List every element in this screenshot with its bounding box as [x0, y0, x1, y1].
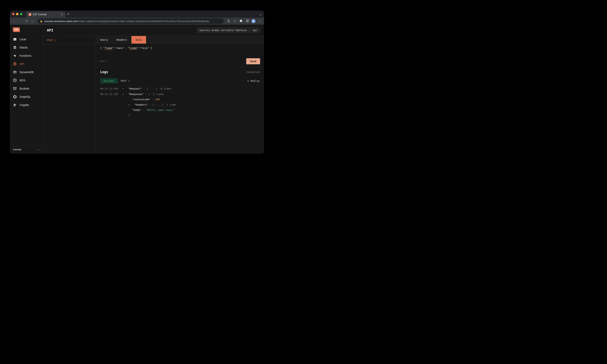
sidebar-item-label: Stacks	[20, 46, 28, 49]
sidebar-item-api[interactable]: API	[10, 60, 43, 68]
sidebar-item-stacks[interactable]: Stacks	[10, 43, 43, 52]
menu-icon[interactable]: ⋮	[257, 19, 263, 23]
svg-point-16	[15, 95, 15, 96]
tab-strip: ▦ SST Console ✕ +	[26, 11, 259, 18]
back-button[interactable]: ←	[11, 20, 17, 23]
database-icon	[13, 78, 17, 82]
route-method: POST	[47, 39, 53, 42]
tab-title: SST Console	[33, 13, 47, 16]
log-timestamp: 09:31:12.092	[100, 87, 119, 90]
status-badge: Success	[100, 78, 118, 83]
send-route-label: POST /	[100, 60, 109, 63]
logs-header: Logs Connected	[96, 67, 264, 77]
share-icon[interactable]	[226, 19, 231, 23]
collapse-toggle[interactable]: ▾	[122, 93, 125, 96]
close-tab-button[interactable]: ✕	[61, 13, 63, 16]
svg-point-18	[16, 97, 16, 98]
expand-toggle[interactable]: ▸	[128, 103, 131, 106]
body-val: mani	[117, 47, 123, 50]
send-button[interactable]: Send	[246, 58, 260, 64]
sidebar-item-label: Cognito	[20, 104, 29, 106]
sidebar-item-label: GraphQL	[20, 95, 31, 98]
log-content: "Response" : { 3 items	[128, 93, 163, 96]
svg-point-19	[15, 98, 15, 99]
home-button[interactable]: ⌂	[30, 20, 36, 23]
sidebar: sst Local Stacks Functions API	[10, 25, 43, 154]
profile-avatar[interactable]	[251, 19, 255, 23]
graphql-icon	[13, 95, 17, 99]
logo[interactable]: sst	[10, 25, 43, 34]
footer-user: manitej	[13, 148, 21, 151]
body-editor[interactable]: { "fname":"mani", "lname":"teja" }	[96, 44, 264, 55]
tab-favicon-icon: ▦	[28, 13, 31, 16]
content-header: API manitej-middy-validator-MyStack / Ap…	[43, 25, 264, 36]
replay-label: Replay	[251, 79, 260, 82]
svg-point-23	[15, 104, 16, 105]
svg-marker-5	[13, 54, 16, 57]
breadcrumb[interactable]: manitej-middy-validator-MyStack / Api	[197, 27, 260, 33]
tab-body[interactable]: Body	[132, 36, 146, 44]
minimize-window-button[interactable]	[16, 13, 18, 15]
sidebar-item-buckets[interactable]: Buckets	[10, 84, 43, 93]
sidebar-item-local[interactable]: Local	[10, 35, 43, 43]
window-controls	[12, 13, 22, 15]
send-row: POST / Send	[96, 55, 264, 67]
body-key: lname	[129, 47, 137, 50]
panel-icon[interactable]	[244, 19, 250, 23]
new-tab-button[interactable]: +	[67, 12, 69, 16]
logs-connection-status: Connected	[246, 71, 260, 74]
tab-query[interactable]: Query	[96, 36, 112, 44]
sidebar-item-graphql[interactable]: GraphQL	[10, 93, 43, 101]
star-icon[interactable]: ☆	[232, 19, 238, 23]
close-window-button[interactable]	[12, 13, 14, 15]
url-input[interactable]: 🔒 console.serverless-stack.com/middy-val…	[38, 18, 224, 24]
extensions-icon[interactable]	[238, 19, 244, 23]
replay-icon: ↻	[247, 79, 249, 82]
tab-headers[interactable]: Headers	[112, 36, 132, 44]
svg-point-21	[13, 96, 14, 96]
log-entry-response: 09:31:12.187 ▾ "Response" : { 3 items	[96, 91, 264, 97]
sidebar-item-dynamodb[interactable]: DynamoDB	[10, 68, 43, 76]
log-timestamp: 09:31:12.187	[100, 93, 119, 96]
maximize-window-button[interactable]	[20, 13, 22, 15]
content: API manitej-middy-validator-MyStack / Ap…	[43, 25, 264, 154]
svg-rect-3	[13, 38, 16, 40]
browser-window: ▦ SST Console ✕ + ⌄ ← → ⟳ ⌂ 🔒 console.se…	[10, 11, 264, 154]
bolt-icon	[13, 54, 17, 57]
replay-button[interactable]: ↻ Replay	[247, 79, 260, 82]
log-closing-brace: }	[96, 113, 264, 118]
sidebar-item-functions[interactable]: Functions	[10, 52, 43, 60]
breadcrumb-resource: Api	[253, 29, 258, 32]
sidebar-item-label: Local	[20, 38, 26, 41]
logs-title: Logs	[100, 70, 108, 74]
sidebar-item-rds[interactable]: RDS	[10, 76, 43, 84]
log-field-headers: ▸ "headers" : { ... } 1 item	[96, 102, 264, 107]
sidebar-item-cognito[interactable]: Cognito	[10, 101, 43, 109]
addressbar: ← → ⟳ ⌂ 🔒 console.serverless-stack.com/m…	[10, 18, 264, 25]
main-panel: Query Headers Body { "fname":"mani", "ln…	[96, 36, 264, 154]
browser-tab[interactable]: ▦ SST Console ✕	[26, 11, 65, 18]
forward-button[interactable]: →	[18, 20, 23, 23]
sidebar-footer[interactable]: manitej ←	[10, 145, 43, 154]
routes-panel: POST /	[43, 36, 96, 154]
svg-point-22	[14, 104, 15, 105]
svg-point-20	[13, 97, 14, 98]
sidebar-item-label: DynamoDB	[20, 71, 34, 74]
archive-icon	[13, 87, 17, 90]
route-item[interactable]: POST /	[43, 36, 96, 45]
chevron-down-icon[interactable]: ⌄	[259, 12, 262, 16]
arrow-left-icon: ←	[37, 148, 40, 151]
svg-rect-12	[13, 87, 16, 88]
expand-toggle[interactable]: ▸	[122, 87, 125, 90]
nav-menu: Local Stacks Functions API DynamoDB	[10, 34, 43, 145]
sidebar-item-label: API	[20, 62, 24, 65]
lock-icon: 🔒	[40, 20, 43, 23]
body-key: fname	[105, 47, 112, 50]
app: sst Local Stacks Functions API	[10, 25, 264, 154]
route-path: /	[54, 39, 56, 42]
content-body: POST / Query Headers Body { "fname":"man…	[43, 36, 264, 154]
reload-button[interactable]: ⟳	[24, 19, 29, 23]
url-text: console.serverless-stack.com/middy-valid…	[44, 20, 209, 23]
page-title: API	[47, 28, 53, 32]
log-route: POST /	[121, 79, 130, 82]
